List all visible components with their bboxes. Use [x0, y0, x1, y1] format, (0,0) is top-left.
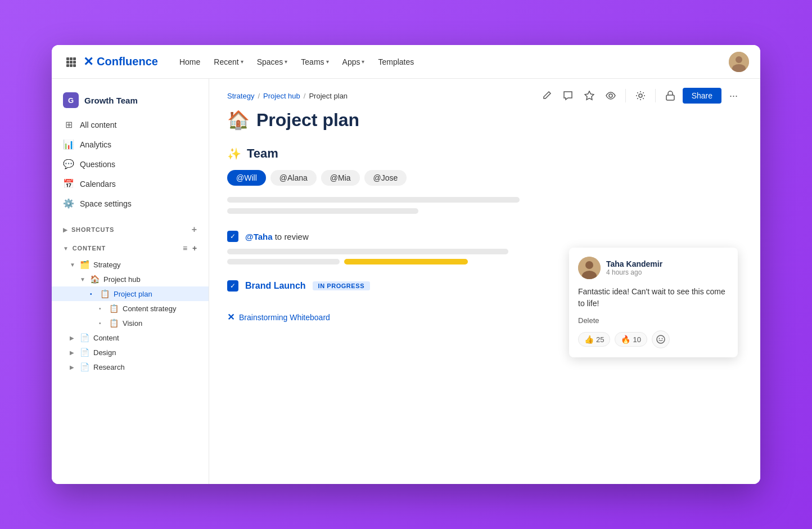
tree-item-design[interactable]: ▶ 📄 Design [52, 345, 209, 360]
all-content-icon: ⊞ [63, 119, 74, 130]
nav-teams[interactable]: Teams ▾ [295, 54, 334, 70]
progress-bar [344, 259, 468, 264]
breadcrumb-project-hub[interactable]: Project hub [263, 92, 300, 100]
task-text: @Taha to review [245, 232, 309, 241]
sidebar-space-name[interactable]: G Growth Team [52, 88, 209, 115]
toolbar-divider-2 [655, 89, 656, 102]
star-icon[interactable] [580, 87, 598, 105]
sidebar-item-questions[interactable]: 💬 Questions [52, 154, 209, 174]
svg-rect-4 [70, 61, 73, 64]
sidebar-item-analytics[interactable]: 📊 Analytics [52, 135, 209, 154]
comment-delete-button[interactable]: Delete [578, 316, 729, 325]
tree-item-project-hub[interactable]: ▼ 🏠 Project hub [52, 272, 209, 286]
vision-label: Vision [123, 319, 197, 328]
tree-item-vision[interactable]: • 📋 Vision [52, 316, 209, 330]
content-filter-icon[interactable]: ≡ [183, 244, 188, 253]
project-plan-emoji: 📋 [100, 289, 110, 298]
svg-rect-2 [73, 57, 76, 60]
reaction-fire[interactable]: 🔥 10 [615, 332, 647, 347]
recent-chevron: ▾ [241, 59, 243, 65]
team-emoji: ✨ [227, 147, 241, 160]
questions-icon: 💬 [63, 159, 74, 169]
edit-icon[interactable] [538, 87, 556, 105]
project-plan-label: Project plan [114, 290, 197, 298]
space-label: Growth Team [84, 96, 138, 105]
reaction-thumbsup[interactable]: 👍 25 [578, 332, 610, 347]
user-avatar[interactable] [729, 52, 749, 72]
nav-spaces[interactable]: Spaces ▾ [251, 54, 294, 70]
content-label: CONTENT [73, 245, 106, 252]
tag-alana[interactable]: @Alana [270, 170, 317, 186]
svg-point-18 [657, 335, 665, 343]
svg-point-20 [661, 338, 662, 339]
team-tags: @Will @Alana @Mia @Jose [227, 170, 742, 186]
strategy-label: Strategy [93, 261, 197, 269]
task-mention[interactable]: @Taha [245, 232, 273, 241]
sidebar: G Growth Team ⊞ All content 📊 Analytics … [52, 79, 209, 484]
more-options-button[interactable]: ··· [725, 88, 742, 104]
shortcuts-add-icon[interactable]: + [192, 225, 197, 235]
topnav: ✕ Confluence Home Recent ▾ Spaces ▾ Team… [52, 45, 760, 79]
placeholder-line-4 [227, 259, 340, 264]
svg-rect-8 [73, 64, 76, 67]
shortcuts-section[interactable]: ▶ SHORTCUTS + [52, 220, 209, 239]
tag-jose[interactable]: @Jose [364, 170, 407, 186]
shortcuts-label: SHORTCUTS [71, 226, 114, 233]
sidebar-item-all-content[interactable]: ⊞ All content [52, 115, 209, 135]
svg-rect-3 [66, 61, 69, 64]
svg-rect-7 [70, 64, 73, 67]
nav-templates[interactable]: Templates [372, 54, 419, 70]
tree-item-content-strategy[interactable]: • 📋 Content strategy [52, 301, 209, 316]
svg-rect-1 [70, 57, 73, 60]
placeholder-line-2 [227, 208, 418, 214]
toolbar-divider-1 [625, 89, 626, 102]
tree-item-content[interactable]: ▶ 📄 Content [52, 330, 209, 345]
comment-icon[interactable] [559, 87, 577, 105]
grid-icon[interactable] [63, 54, 79, 70]
tag-mia[interactable]: @Mia [321, 170, 360, 186]
sidebar-item-calendars[interactable]: 📅 Calendars [52, 174, 209, 194]
confluence-logo[interactable]: ✕ Confluence [83, 55, 158, 69]
add-reaction-button[interactable] [652, 330, 670, 348]
comment-avatar [578, 257, 601, 279]
project-hub-emoji: 🏠 [90, 275, 100, 284]
content-strategy-label: Content strategy [123, 304, 197, 313]
share-button[interactable]: Share [683, 88, 721, 104]
vision-emoji: 📋 [109, 319, 119, 328]
page-title-text: Project plan [256, 110, 359, 131]
research-chevron: ▶ [70, 364, 76, 370]
tree-item-strategy[interactable]: ▼ 🗂️ Strategy [52, 257, 209, 272]
confluence-link-icon: ✕ [227, 312, 234, 322]
project-hub-label: Project hub [103, 275, 197, 284]
tree-item-project-plan[interactable]: • 📋 Project plan [52, 286, 209, 301]
comment-header: Taha Kandemir 4 hours ago [578, 257, 729, 279]
calendars-label: Calendars [80, 180, 116, 189]
shortcuts-header-left: ▶ SHORTCUTS [63, 226, 114, 233]
nav-recent[interactable]: Recent ▾ [208, 54, 249, 70]
page-title: 🏠 Project plan [227, 109, 742, 131]
page-toolbar: Share ··· [538, 87, 742, 105]
lock-icon[interactable] [661, 87, 679, 105]
brand-launch-checkbox[interactable]: ✓ [227, 280, 238, 292]
ai-icon[interactable] [631, 87, 649, 105]
content-add-icon[interactable]: + [192, 244, 197, 253]
watch-icon[interactable] [602, 87, 620, 105]
task-checkbox[interactable]: ✓ [227, 231, 238, 242]
content-chevron-icon: ▼ [63, 245, 69, 252]
questions-label: Questions [80, 160, 115, 169]
brand-launch-label[interactable]: Brand Launch [245, 281, 306, 291]
calendars-icon: 📅 [63, 178, 74, 189]
svg-point-10 [736, 56, 742, 63]
nav-home[interactable]: Home [174, 54, 206, 70]
content-section[interactable]: ▼ CONTENT ≡ + [52, 239, 209, 257]
nav-apps[interactable]: Apps ▾ [337, 54, 371, 70]
sidebar-item-space-settings[interactable]: ⚙️ Space settings [52, 194, 209, 213]
content-header-left: ▼ CONTENT [63, 245, 106, 252]
breadcrumb-strategy[interactable]: Strategy [227, 92, 254, 100]
tag-will[interactable]: @Will [227, 170, 266, 186]
tree-item-research[interactable]: ▶ 📄 Research [52, 360, 209, 374]
analytics-label: Analytics [80, 140, 111, 149]
comment-popup: Taha Kandemir 4 hours ago Fantastic idea… [569, 248, 738, 357]
brainstorming-label: Brainstorming Whiteboard [239, 313, 330, 322]
logo-icon: ✕ [83, 55, 93, 69]
